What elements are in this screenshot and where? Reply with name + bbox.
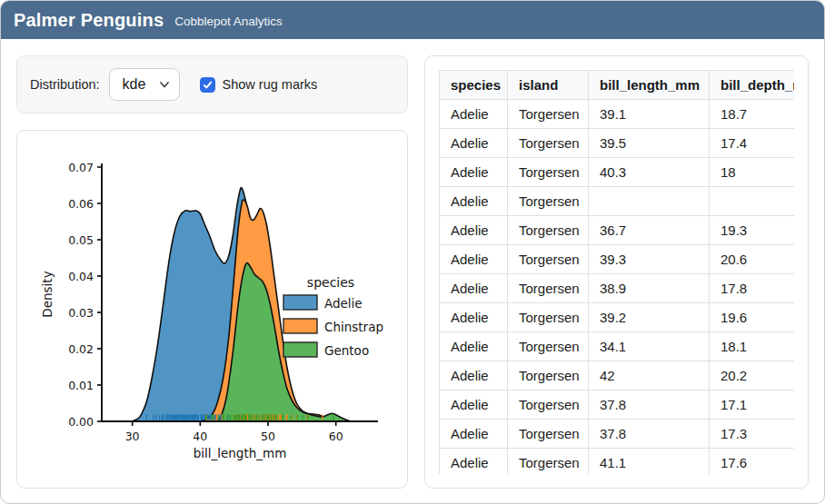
table-cell: 20.2	[710, 361, 795, 390]
table-header-cell: bill_depth_mm	[710, 71, 795, 100]
table-cell: Adelie	[440, 390, 508, 420]
table-row: AdelieTorgersen	[440, 187, 795, 216]
table-row: AdelieTorgersen41.117.6	[440, 449, 795, 475]
table-cell: 19.3	[710, 216, 795, 245]
table-cell: 18	[710, 158, 795, 187]
legend-title: species	[307, 275, 354, 290]
table-cell: Torgersen	[508, 449, 589, 475]
legend-swatch-chinstrap	[283, 319, 317, 333]
distribution-select[interactable]: kde	[109, 68, 180, 101]
table-cell: Torgersen	[508, 100, 589, 129]
rug-checkbox-wrap: Show rug marks	[200, 77, 318, 93]
table-cell: 39.5	[589, 129, 710, 158]
table-cell: Adelie	[440, 216, 508, 245]
main-content: Distribution: kde Show rug marks	[1, 39, 824, 504]
kde-chart: 304050600.000.010.020.030.040.050.060.07…	[17, 131, 407, 488]
y-tick-label: 0.04	[68, 270, 94, 283]
table-cell: 39.1	[589, 100, 710, 129]
table-cell: Adelie	[440, 274, 508, 303]
app-subtitle: Cobblepot Analytics	[174, 15, 283, 28]
table-cell: 18.7	[710, 100, 795, 129]
table-cell: Adelie	[440, 129, 508, 158]
table-row: AdelieTorgersen37.817.1	[440, 390, 795, 420]
table-cell: Torgersen	[508, 420, 589, 449]
table-cell: Torgersen	[508, 303, 589, 332]
table-row: AdelieTorgersen36.719.3	[440, 216, 795, 245]
table-cell: Adelie	[440, 361, 508, 390]
table-cell: 19.6	[710, 303, 795, 332]
table-header-row: speciesislandbill_length_mmbill_depth_mm	[440, 71, 795, 100]
legend-swatch-adelie	[283, 295, 317, 310]
table-cell: 37.8	[589, 420, 710, 449]
table-cell: 17.4	[710, 129, 795, 158]
table-cell: 20.6	[710, 245, 795, 274]
table-cell: 36.7	[589, 216, 710, 245]
rug-checkbox-label: Show rug marks	[223, 77, 318, 92]
legend-label: Adelie	[324, 296, 363, 311]
table-cell: 17.1	[710, 390, 795, 420]
app-header: Palmer Penguins Cobblepot Analytics	[1, 1, 824, 39]
y-axis-label: Density	[40, 271, 55, 317]
table-cell: Adelie	[440, 100, 508, 129]
table-cell: 37.8	[589, 390, 710, 420]
table-header-cell: species	[440, 71, 508, 100]
table-cell: 38.9	[589, 274, 710, 303]
table-row: AdelieTorgersen39.517.4	[440, 129, 795, 158]
table-row: AdelieTorgersen37.817.3	[440, 420, 795, 449]
app-title: Palmer Penguins	[14, 10, 164, 31]
legend-label: Chinstrap	[324, 320, 383, 334]
check-icon	[203, 80, 213, 90]
table-cell: Adelie	[440, 245, 508, 274]
table-cell: Torgersen	[508, 390, 589, 420]
table-row: AdelieTorgersen4220.2	[440, 361, 795, 390]
y-tick-label: 0.03	[68, 306, 94, 320]
table-row: AdelieTorgersen34.118.1	[440, 332, 795, 361]
distribution-label: Distribution:	[30, 77, 100, 92]
app-window: Palmer Penguins Cobblepot Analytics Dist…	[0, 0, 825, 504]
table-cell: Adelie	[440, 449, 508, 475]
table-cell: Adelie	[440, 187, 508, 216]
table-cell: Adelie	[440, 303, 508, 332]
table-cell: 40.3	[589, 158, 710, 187]
table-header-cell: bill_length_mm	[589, 71, 710, 100]
y-tick-label: 0.06	[68, 197, 94, 211]
table-cell: Adelie	[440, 332, 508, 361]
controls-panel: Distribution: kde Show rug marks	[16, 55, 408, 114]
x-tick-label: 30	[125, 430, 140, 443]
table-card: speciesislandbill_length_mmbill_depth_mm…	[424, 55, 809, 489]
table-row: AdelieTorgersen39.219.6	[440, 303, 795, 332]
table-cell: Adelie	[440, 158, 508, 187]
table-cell: Torgersen	[508, 158, 589, 187]
table-row: AdelieTorgersen39.320.6	[440, 245, 795, 274]
table-cell	[589, 187, 710, 216]
table-cell: 34.1	[589, 332, 710, 361]
rug-checkbox[interactable]	[200, 77, 215, 93]
table-cell: Torgersen	[508, 274, 589, 303]
y-tick-label: 0.07	[68, 161, 94, 174]
table-cell: 41.1	[589, 449, 710, 475]
y-tick-label: 0.05	[68, 233, 94, 247]
y-tick-label: 0.00	[68, 415, 94, 429]
table-row: AdelieTorgersen38.917.8	[440, 274, 795, 303]
legend-swatch-gentoo	[283, 342, 317, 357]
chevron-down-icon	[159, 79, 170, 90]
y-tick-label: 0.01	[68, 379, 94, 392]
table-cell: Torgersen	[508, 216, 589, 245]
x-axis-label: bill_length_mm	[194, 446, 287, 460]
table-cell: 18.1	[710, 332, 795, 361]
x-tick-label: 40	[193, 430, 207, 443]
table-cell: 17.6	[710, 449, 795, 475]
x-tick-label: 60	[329, 430, 343, 443]
table-cell: Torgersen	[508, 129, 589, 158]
chart-card: 304050600.000.010.020.030.040.050.060.07…	[16, 130, 408, 489]
table-cell: 39.3	[589, 245, 710, 274]
table-row: AdelieTorgersen40.318	[440, 158, 795, 187]
table-body: AdelieTorgersen39.118.7AdelieTorgersen39…	[440, 100, 795, 475]
x-tick-label: 50	[261, 430, 275, 443]
table-cell: Torgersen	[508, 187, 589, 216]
data-table-scroll-area[interactable]: speciesislandbill_length_mmbill_depth_mm…	[439, 70, 794, 474]
table-cell: 17.3	[710, 420, 795, 449]
table-header-cell: island	[508, 71, 589, 100]
table-cell: 39.2	[589, 303, 710, 332]
data-table: speciesislandbill_length_mmbill_depth_mm…	[439, 70, 794, 474]
